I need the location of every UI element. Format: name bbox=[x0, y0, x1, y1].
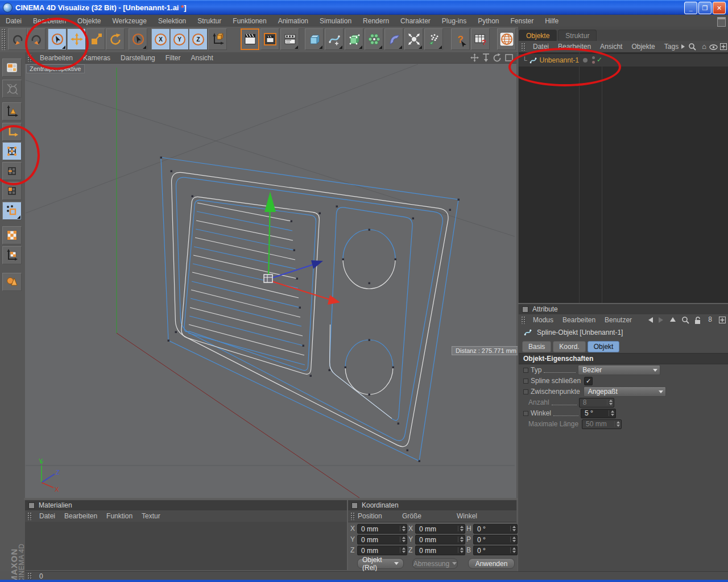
menu-funktionen[interactable]: Funktionen bbox=[227, 16, 272, 26]
attr-snapshot-icon[interactable]: 8 bbox=[708, 315, 712, 323]
texture-mode-button[interactable] bbox=[2, 226, 22, 244]
live-selection-button[interactable] bbox=[48, 28, 67, 50]
object-axis-mode-button[interactable] bbox=[2, 123, 22, 141]
pos-z-field[interactable]: 0 mm bbox=[357, 546, 407, 555]
tab-objekte[interactable]: Objekte bbox=[519, 30, 557, 41]
pos-y-field[interactable]: 0 mm bbox=[357, 535, 407, 544]
pos-x-field[interactable]: 0 mm bbox=[357, 524, 407, 534]
editor-visibility-dot[interactable] bbox=[592, 56, 595, 59]
mat-menu-datei[interactable]: Datei bbox=[35, 512, 60, 521]
add-subdivision-button[interactable] bbox=[345, 28, 363, 50]
layer-dot[interactable] bbox=[583, 58, 588, 63]
camera-pan-icon[interactable] bbox=[470, 53, 479, 62]
angle-h-field[interactable]: 0 ° bbox=[473, 524, 518, 534]
mode-dropdown-button[interactable]: Objekt (Rel) bbox=[357, 558, 404, 569]
minimize-button[interactable]: _ bbox=[684, 2, 697, 14]
om-menu-objekte[interactable]: Objekte bbox=[627, 42, 659, 51]
edges-mode-button[interactable] bbox=[2, 162, 22, 180]
mat-menu-textur[interactable]: Textur bbox=[137, 512, 165, 521]
redo-button[interactable] bbox=[27, 28, 46, 50]
help-button[interactable]: ? bbox=[451, 28, 470, 50]
make-editable-button[interactable] bbox=[2, 80, 22, 98]
add-deformer-button[interactable] bbox=[384, 28, 403, 50]
anim-toggle[interactable] bbox=[523, 379, 528, 384]
axis-gizmo[interactable] bbox=[264, 192, 340, 305]
menu-struktur[interactable]: Struktur bbox=[192, 16, 227, 26]
tab-koord[interactable]: Koord. bbox=[553, 341, 585, 352]
mat-menu-funktion[interactable]: Funktion bbox=[102, 512, 137, 521]
om-menu-tags[interactable]: Tags bbox=[660, 42, 683, 51]
menu-charakter[interactable]: Charakter bbox=[395, 16, 436, 26]
spinner-icon[interactable] bbox=[400, 537, 406, 542]
add-particles-button[interactable] bbox=[424, 28, 443, 50]
viewport-menu-darstellung[interactable]: Darstellung bbox=[115, 53, 160, 63]
anim-toggle[interactable] bbox=[523, 389, 528, 394]
points-mode-button[interactable] bbox=[2, 142, 22, 160]
polygons-mode-button[interactable] bbox=[2, 182, 22, 200]
menu-datei[interactable]: Datei bbox=[0, 16, 27, 26]
spinner-icon[interactable] bbox=[458, 547, 464, 553]
anim-toggle[interactable] bbox=[523, 411, 528, 416]
attributes-title-bar[interactable]: Attribute bbox=[519, 304, 728, 315]
maximale-laenge-field[interactable]: 50 mm bbox=[582, 419, 622, 429]
scale-tool-button[interactable] bbox=[86, 28, 105, 50]
attr-menu-modus[interactable]: Modus bbox=[528, 315, 558, 325]
menu-werkzeuge[interactable]: Werkzeuge bbox=[106, 16, 152, 26]
menu-rendern[interactable]: Rendern bbox=[357, 16, 395, 26]
angle-p-field[interactable]: 0 ° bbox=[473, 535, 518, 544]
viewport-canvas[interactable]: Y Z X bbox=[25, 63, 516, 498]
anim-toggle[interactable] bbox=[523, 368, 528, 373]
lock-y-button[interactable]: Y bbox=[170, 28, 189, 50]
attr-menu-benutzer[interactable]: Benutzer bbox=[600, 315, 636, 325]
attr-back-icon[interactable] bbox=[648, 317, 653, 323]
viewport-menu-bearbeiten[interactable]: Bearbeiten bbox=[35, 53, 78, 63]
coordinates-title-bar[interactable]: Koordinaten bbox=[348, 500, 516, 511]
materials-title-bar[interactable]: Materialien bbox=[25, 500, 347, 511]
coordinates-grip[interactable] bbox=[350, 512, 355, 520]
spinner-icon[interactable] bbox=[614, 421, 620, 427]
texture-axis-mode-button[interactable] bbox=[2, 246, 22, 264]
anzahl-field[interactable]: 8 bbox=[579, 398, 614, 408]
render-region-button[interactable] bbox=[260, 28, 279, 50]
object-mode-button[interactable] bbox=[2, 273, 22, 291]
attr-forward-icon[interactable] bbox=[659, 317, 663, 323]
spinner-icon[interactable] bbox=[510, 537, 516, 542]
move-tool-button[interactable] bbox=[67, 28, 86, 50]
mdi-window-icon[interactable] bbox=[717, 17, 726, 27]
camera-zoom-icon[interactable] bbox=[482, 53, 490, 62]
om-home-icon[interactable]: ⌂ bbox=[702, 42, 706, 51]
dimension-dropdown-button[interactable]: Abmessung bbox=[412, 558, 458, 569]
viewport-menu-kameras[interactable]: Kameras bbox=[78, 53, 115, 63]
restore-button[interactable]: ❐ bbox=[698, 2, 712, 14]
menu-selektion[interactable]: Selektion bbox=[152, 16, 192, 26]
zwischenpunkte-dropdown[interactable]: Angepaßt bbox=[584, 386, 666, 397]
object-enabled-check[interactable]: ✓ bbox=[597, 56, 602, 64]
tab-struktur[interactable]: Struktur bbox=[558, 30, 597, 41]
menu-animation[interactable]: Animation bbox=[272, 16, 314, 26]
om-menu-datei[interactable]: Datei bbox=[528, 42, 553, 51]
menu-python[interactable]: Python bbox=[472, 16, 504, 26]
mat-menu-bearbeiten[interactable]: Bearbeiten bbox=[60, 512, 102, 521]
spline-schliessen-checkbox[interactable]: ✓ bbox=[584, 377, 593, 385]
om-menu-more-icon[interactable] bbox=[681, 44, 685, 49]
typ-dropdown[interactable]: Bezier bbox=[578, 365, 660, 375]
content-browser-button[interactable]: ? bbox=[471, 28, 490, 50]
tab-objekt[interactable]: Objekt bbox=[588, 341, 620, 352]
add-spline-button[interactable] bbox=[325, 28, 344, 50]
spline-object[interactable] bbox=[160, 157, 460, 463]
attributes-section-header[interactable]: Objekt-Eigenschaften bbox=[519, 353, 728, 364]
toggle-views-icon[interactable] bbox=[505, 54, 513, 61]
spline-points[interactable] bbox=[160, 157, 460, 463]
winkel-field[interactable]: 5 ° bbox=[581, 409, 616, 418]
layout-button[interactable] bbox=[2, 59, 22, 77]
anwenden-button[interactable]: Anwenden bbox=[468, 558, 515, 569]
attr-search-icon[interactable] bbox=[681, 316, 689, 324]
spinner-icon[interactable] bbox=[607, 400, 613, 405]
om-add-icon[interactable] bbox=[720, 43, 727, 50]
materials-list-area[interactable] bbox=[25, 522, 347, 570]
spinner-icon[interactable] bbox=[510, 547, 516, 553]
tab-basis[interactable]: Basis bbox=[522, 341, 551, 352]
undo-button[interactable] bbox=[8, 28, 27, 50]
attr-lock-icon[interactable] bbox=[694, 316, 702, 325]
menu-hilfe[interactable]: Hilfe bbox=[539, 16, 564, 26]
